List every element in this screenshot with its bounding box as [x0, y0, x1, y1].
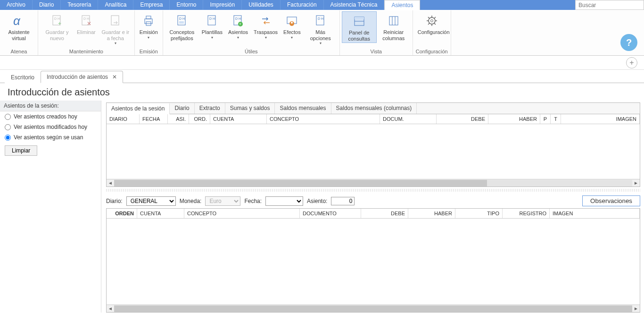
svg-rect-28 — [389, 17, 398, 25]
radio-creados-hoy-input[interactable] — [5, 114, 11, 120]
observaciones-button[interactable]: Observaciones — [582, 195, 640, 206]
itab-diario[interactable]: Diario — [170, 103, 194, 114]
col2-tipo[interactable]: TIPO — [455, 209, 503, 218]
traspasos-button[interactable]: Traspasos ▾ — [251, 11, 281, 41]
menu-empresa[interactable]: Empresa — [133, 0, 170, 10]
ribbon-title-configuracion: Configuración — [415, 48, 449, 55]
col2-imagen[interactable]: IMAGEN — [550, 209, 640, 218]
fecha-select[interactable] — [265, 196, 303, 206]
dropdown-icon: ▾ — [265, 35, 267, 40]
efectos-button[interactable]: Efectos ▾ — [281, 11, 304, 41]
add-button[interactable]: + — [626, 57, 637, 68]
horizontal-splitter[interactable] — [106, 189, 640, 192]
panel-de-consultas-button[interactable]: Panel de consultas — [342, 11, 377, 43]
itab-saldos-mensuales[interactable]: Saldos mensuales — [275, 103, 331, 114]
col2-registro[interactable]: REGISTRO — [503, 209, 550, 218]
plantillas-button[interactable]: D H Plantillas ▾ — [199, 11, 225, 41]
radio-segun-usan-input[interactable] — [5, 135, 11, 141]
scroll-track[interactable] — [114, 180, 632, 186]
search-input[interactable] — [576, 1, 644, 9]
menu-facturacion[interactable]: Facturación — [281, 0, 324, 10]
scroll-thumb[interactable] — [114, 180, 487, 186]
col2-haber[interactable]: HABER — [408, 209, 455, 218]
tab-introduccion-asientos[interactable]: Introducción de asientos ✕ — [41, 71, 123, 83]
search-box[interactable] — [575, 0, 644, 10]
col2-documento[interactable]: DOCUMENTO — [300, 209, 361, 218]
traspasos-label: Traspasos — [254, 29, 278, 35]
scroll-left-icon[interactable]: ◄ — [107, 306, 114, 311]
menu-analitica[interactable]: Analítica — [98, 0, 133, 10]
col-haber[interactable]: HABER — [488, 114, 540, 124]
scroll-track[interactable] — [114, 305, 632, 312]
eliminar-label: Eliminar — [77, 29, 96, 35]
dropdown-icon: ▾ — [320, 41, 322, 45]
help-icon[interactable]: ? — [620, 34, 637, 51]
ribbon-title-emision: Emisión — [137, 48, 161, 55]
radio-creados-hoy[interactable]: Ver asientos creados hoy — [0, 111, 101, 122]
svg-line-38 — [434, 23, 436, 25]
menu-impresion[interactable]: Impresión — [203, 0, 242, 10]
svg-text:D H: D H — [318, 17, 323, 20]
col2-debe[interactable]: DEBE — [361, 209, 408, 218]
configuracion-button[interactable]: Configuración — [415, 11, 449, 36]
col-docum[interactable]: DOCUM. — [380, 114, 437, 124]
efectos-label: Efectos — [283, 29, 301, 35]
svg-line-39 — [434, 17, 436, 18]
col-ord[interactable]: ORD. — [189, 114, 210, 124]
asiento-input[interactable] — [331, 197, 355, 205]
radio-modificados-hoy-input[interactable] — [5, 124, 11, 130]
limpiar-button[interactable]: Limpiar — [5, 145, 37, 156]
col-asi[interactable]: ASI. — [168, 114, 189, 124]
col-p[interactable]: P — [540, 114, 551, 124]
close-icon[interactable]: ✕ — [112, 74, 117, 80]
col-debe[interactable]: DEBE — [437, 114, 488, 124]
col2-cuenta[interactable]: CUENTA — [137, 209, 184, 218]
side-header: Asientos de la sesión: — [0, 101, 101, 111]
col-t[interactable]: T — [551, 114, 561, 124]
session-grid-body[interactable] — [107, 124, 640, 179]
scroll-left-icon[interactable]: ◄ — [107, 180, 114, 186]
col-imagen[interactable]: IMAGEN — [561, 114, 640, 124]
itab-saldos-mensuales-col[interactable]: Saldos mensuales (columnas) — [331, 103, 417, 114]
radio-segun-usan[interactable]: Ver asientos según se usan — [0, 132, 101, 143]
fecha-label: Fecha: — [244, 198, 262, 204]
menu-asientos[interactable]: Asientos — [384, 0, 420, 10]
menu-asistencia[interactable]: Asistencia Técnica — [324, 0, 385, 10]
radio-modificados-hoy[interactable]: Ver asientos modificados hoy — [0, 122, 101, 132]
menu-entorno[interactable]: Entorno — [170, 0, 203, 10]
scroll-right-icon[interactable]: ► — [632, 180, 640, 186]
conceptos-prefijados-button[interactable]: D H Conceptos prefijados — [165, 11, 199, 42]
asientos-button[interactable]: D H+ Asientos ▾ — [225, 11, 251, 41]
itab-asientos-sesion[interactable]: Asientos de la sesión — [107, 103, 170, 114]
scroll-right-icon[interactable]: ► — [632, 306, 640, 311]
asistente-virtual-button[interactable]: α Asistente virtual — [2, 11, 36, 42]
document-plus-icon: D H+ — [50, 13, 65, 28]
menu-diario[interactable]: Diario — [33, 0, 61, 10]
content-area: Asientos de la sesión Diario Extracto Su… — [101, 101, 644, 313]
emision-button[interactable]: Emisión ▾ — [137, 11, 161, 41]
svg-rect-26 — [355, 17, 364, 19]
tab-escritorio[interactable]: Escritorio — [5, 71, 41, 83]
menu-tesoreria[interactable]: Tesorería — [61, 0, 98, 10]
reiniciar-columnas-button[interactable]: Reiniciar columnas — [377, 11, 411, 42]
diario-select[interactable]: GENERAL — [126, 196, 176, 206]
col2-orden[interactable]: ORDEN — [107, 209, 137, 218]
tab-introduccion-asientos-label: Introducción de asientos — [47, 74, 108, 80]
col-fecha[interactable]: FECHA — [140, 114, 168, 124]
col-concepto[interactable]: CONCEPTO — [267, 114, 380, 124]
entry-grid-body[interactable] — [107, 219, 640, 305]
document-x-icon: D H✕ — [79, 13, 94, 28]
itab-sumas-saldos[interactable]: Sumas y saldos — [225, 103, 275, 114]
document-tabs: Escritorio Introducción de asientos ✕ — [0, 70, 644, 83]
col-diario[interactable]: DIARIO — [107, 114, 140, 124]
menu-utilidades[interactable]: Utilidades — [242, 0, 281, 10]
itab-extracto[interactable]: Extracto — [195, 103, 225, 114]
col2-concepto[interactable]: CONCEPTO — [184, 209, 300, 218]
mas-opciones-button[interactable]: D H Más opciones ▾ — [304, 11, 338, 46]
scroll-thumb[interactable] — [114, 305, 632, 312]
col-cuenta[interactable]: CUENTA — [210, 114, 267, 124]
session-grid-hscroll[interactable]: ◄ ► — [107, 179, 640, 186]
entry-grid-hscroll[interactable]: ◄ ► — [107, 305, 640, 312]
ribbon-title-utiles: Útiles — [165, 48, 338, 55]
menu-archivo[interactable]: Archivo — [0, 0, 33, 10]
